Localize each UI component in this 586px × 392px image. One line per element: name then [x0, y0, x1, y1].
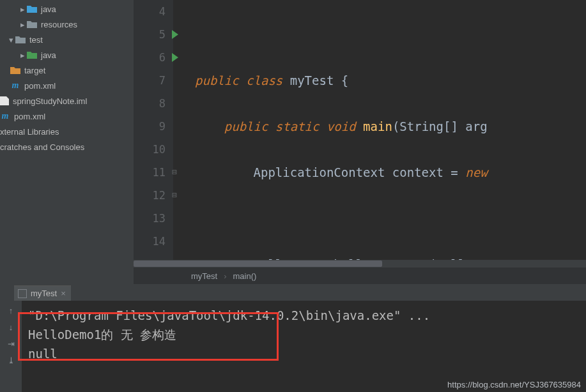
- file-icon: [0, 96, 9, 105]
- code-line: public class myTest {: [195, 69, 586, 92]
- tree-item-java[interactable]: ▸ java: [0, 1, 134, 17]
- expand-icon: ▸: [18, 20, 27, 29]
- breadcrumb-item[interactable]: main(): [233, 271, 257, 281]
- code-line: HelloDemo1 helloDemo1 = (HelloDe: [195, 253, 586, 260]
- line-number: 14: [134, 230, 166, 253]
- tab-label: myTest: [31, 289, 57, 298]
- tree-item-scratches[interactable]: cratches and Consoles: [0, 139, 134, 155]
- tree-label: pom.xml: [24, 81, 56, 91]
- tree-item-test[interactable]: ▾ test: [0, 32, 134, 47]
- breadcrumb-item[interactable]: myTest: [191, 271, 217, 281]
- maven-icon: m: [0, 111, 10, 121]
- folder-icon: [15, 34, 26, 45]
- run-tab[interactable]: myTest ×: [14, 285, 71, 301]
- breadcrumb[interactable]: myTest › main(): [134, 268, 586, 284]
- scrollbar-thumb[interactable]: [134, 260, 382, 267]
- run-icon[interactable]: [172, 53, 178, 62]
- code-line: ApplicationContext context = new: [195, 161, 586, 184]
- line-number: 12⊟: [134, 184, 166, 207]
- expand-icon: ▸: [18, 4, 27, 14]
- breadcrumb-sep: ›: [224, 271, 226, 281]
- tree-item-target[interactable]: target: [0, 63, 134, 78]
- fold-icon[interactable]: ⊟: [172, 184, 177, 207]
- wrap-icon[interactable]: ⇥: [5, 338, 17, 349]
- tree-item-iml[interactable]: springStudyNote.iml: [0, 93, 134, 109]
- gutter: 4 5 6 7 8 9 10 11⊟ 12⊟ 13 14: [134, 0, 173, 260]
- code-editor[interactable]: 4 5 6 7 8 9 10 11⊟ 12⊟ 13 14 public clas…: [134, 0, 586, 284]
- tree-label: resources: [41, 20, 77, 29]
- folder-icon: [27, 50, 37, 60]
- console-line: HelloDemo1的 无 参构造: [28, 325, 580, 344]
- close-icon[interactable]: ×: [61, 289, 66, 298]
- tree-label: cratches and Consoles: [0, 142, 84, 152]
- app-icon: [18, 289, 27, 298]
- console-line: "D:\Program Files\javaTool\jdk-14.0.2\bi…: [28, 306, 580, 325]
- console-line: null: [28, 344, 580, 363]
- down-icon[interactable]: ↓: [5, 321, 17, 333]
- line-number: 6: [134, 46, 166, 69]
- tree-item-extlib[interactable]: xternal Libraries: [0, 124, 134, 139]
- folder-icon: [10, 65, 20, 75]
- line-number: 8: [134, 92, 166, 115]
- line-number: 13: [134, 207, 166, 230]
- tree-item-pom2[interactable]: m pom.xml: [0, 109, 134, 124]
- horizontal-scrollbar[interactable]: [134, 260, 586, 268]
- line-number: 9: [134, 115, 166, 138]
- line-number: 11⊟: [134, 161, 166, 184]
- tree-label: target: [24, 66, 45, 75]
- line-number: 5: [134, 23, 166, 46]
- collapse-icon: ▾: [6, 35, 15, 45]
- tree-item-pom1[interactable]: m pom.xml: [0, 78, 134, 93]
- scroll-icon[interactable]: ⤓: [5, 354, 17, 366]
- fold-icon[interactable]: ⊟: [172, 161, 177, 184]
- maven-icon: m: [10, 80, 20, 91]
- tree-item-resources[interactable]: ▸ resources: [0, 17, 134, 32]
- folder-icon: [27, 19, 37, 29]
- tree-item-java2[interactable]: ▸ java: [0, 47, 134, 63]
- run-icon[interactable]: [172, 30, 178, 39]
- line-number: 4: [134, 0, 166, 23]
- tree-label: springStudyNote.iml: [13, 96, 87, 106]
- code-line: public static void main(String[] arg: [195, 115, 586, 138]
- run-panel: myTest × ↑ ↓ ⇥ ⤓ "D:\Program Files\javaT…: [0, 284, 586, 392]
- console-toolbar: ↑ ↓ ⇥ ⤓: [0, 301, 22, 392]
- tree-label: java: [41, 4, 56, 14]
- code-line: [195, 207, 586, 230]
- run-tabs: myTest ×: [0, 284, 586, 301]
- project-tree[interactable]: ▸ java ▸ resources ▾ test ▸ java target …: [0, 0, 134, 284]
- line-number: 7: [134, 69, 166, 92]
- up-icon[interactable]: ↑: [5, 305, 17, 316]
- folder-icon: [27, 4, 37, 14]
- watermark: https://blog.csdn.net/YSJ367635984: [447, 380, 581, 389]
- code-line: [195, 23, 586, 46]
- tree-label: xternal Libraries: [0, 127, 59, 137]
- console-output[interactable]: "D:\Program Files\javaTool\jdk-14.0.2\bi…: [22, 301, 586, 392]
- tree-label: java: [41, 50, 56, 60]
- tree-label: test: [29, 35, 43, 45]
- code-content[interactable]: public class myTest { public static void…: [173, 0, 586, 260]
- line-number: 10: [134, 138, 166, 161]
- tree-label: pom.xml: [14, 112, 45, 121]
- expand-icon: ▸: [18, 50, 27, 60]
